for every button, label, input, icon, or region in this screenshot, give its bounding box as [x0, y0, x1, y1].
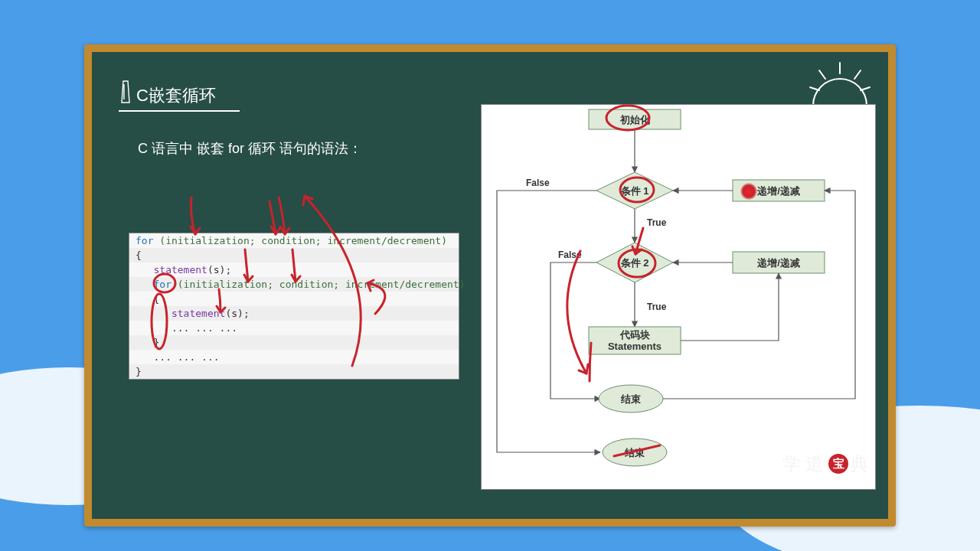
svg-text:False: False	[558, 249, 582, 260]
svg-text:递增/递减: 递增/递减	[756, 257, 800, 269]
flowchart: 初始化 条件 1 递增/递减 True False 条件 2	[481, 104, 876, 490]
svg-text:条件 2: 条件 2	[620, 257, 649, 269]
code-example: for (initialization; condition; incremen…	[129, 233, 459, 380]
svg-line-2	[854, 70, 861, 79]
chalk-icon	[119, 80, 132, 106]
seal-icon: 宝	[828, 454, 848, 474]
svg-text:递增/递减: 递增/递减	[756, 185, 800, 197]
page-title: C嵌套循环	[136, 84, 216, 107]
blackboard-frame: C嵌套循环 C 语言中 嵌套 for 循环 语句的语法： for (initia…	[84, 44, 896, 527]
title-underline	[119, 110, 240, 112]
blackboard: C嵌套循环 C 语言中 嵌套 for 循环 语句的语法： for (initia…	[92, 52, 888, 519]
svg-text:代码块: 代码块	[619, 329, 650, 341]
svg-line-4	[861, 87, 870, 90]
laser-pointer	[740, 183, 757, 200]
svg-line-3	[810, 87, 819, 90]
svg-text:Statements: Statements	[608, 341, 662, 352]
svg-line-1	[819, 70, 825, 79]
brand-watermark: 学道 宝 典	[782, 452, 871, 476]
svg-text:初始化: 初始化	[619, 114, 651, 126]
svg-text:结束: 结束	[620, 393, 641, 405]
subtitle: C 语言中 嵌套 for 循环 语句的语法：	[138, 139, 362, 158]
svg-text:结束: 结束	[624, 447, 645, 458]
svg-text:True: True	[647, 302, 667, 312]
svg-text:True: True	[647, 217, 667, 228]
svg-text:条件 1: 条件 1	[620, 185, 649, 197]
svg-text:False: False	[526, 178, 550, 188]
